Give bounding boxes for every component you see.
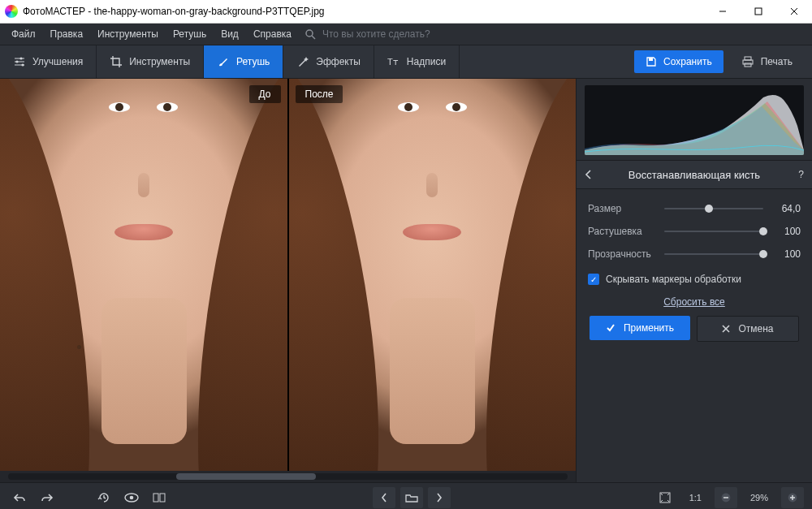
slider-feather[interactable]: [664, 226, 763, 237]
compare-button[interactable]: [148, 487, 171, 508]
slider-size-label: Размер: [588, 203, 656, 214]
slider-size-value: 64,0: [771, 203, 801, 214]
bottom-bar: 1:1 29%: [0, 482, 812, 509]
slider-opacity[interactable]: [664, 248, 763, 260]
svg-rect-22: [160, 494, 165, 502]
svg-point-11: [21, 63, 24, 66]
zoom-level[interactable]: 29%: [742, 487, 776, 508]
histogram: [585, 85, 804, 155]
right-panel: Восстанавливающая кисть ? Размер 64,0 Ра…: [576, 79, 812, 482]
brush-icon: [217, 55, 230, 68]
panel-header: Восстанавливающая кисть ?: [577, 160, 812, 189]
after-image: После: [289, 79, 577, 471]
save-button[interactable]: Сохранить: [634, 50, 723, 73]
image-canvas[interactable]: До После: [0, 79, 576, 471]
slider-feather-label: Растушевка: [588, 226, 656, 237]
wand-icon: [296, 55, 309, 68]
window-close-button[interactable]: [776, 0, 812, 23]
after-label: После: [296, 85, 343, 103]
svg-rect-21: [153, 494, 158, 502]
svg-text:Tᴛ: Tᴛ: [387, 57, 399, 67]
cancel-label: Отмена: [738, 323, 773, 334]
search-hint[interactable]: Что вы хотите сделать?: [322, 28, 430, 40]
app-icon: [5, 5, 18, 18]
tab-label: Инструменты: [129, 56, 190, 67]
next-image-button[interactable]: [428, 487, 451, 508]
save-icon: [646, 56, 657, 67]
tab-label: Надписи: [407, 56, 446, 67]
save-label: Сохранить: [663, 56, 712, 67]
tab-label: Эффекты: [316, 56, 361, 67]
zoom-in-button[interactable]: [781, 487, 804, 508]
tab-retouch[interactable]: Ретушь: [204, 45, 283, 78]
menu-file[interactable]: Файл: [5, 25, 42, 43]
crop-icon: [110, 55, 123, 68]
svg-rect-14: [745, 57, 751, 60]
tab-enhancements[interactable]: Улучшения: [0, 45, 97, 78]
svg-point-10: [15, 60, 18, 63]
fit-screen-button[interactable]: [654, 487, 676, 508]
hide-markers-checkbox[interactable]: ✓ Скрывать маркеры обработки: [588, 274, 801, 285]
slider-size[interactable]: [664, 203, 763, 214]
panel-back-button[interactable]: [585, 170, 601, 179]
svg-point-20: [130, 496, 134, 500]
menu-edit[interactable]: Правка: [44, 25, 90, 43]
before-label: До: [249, 85, 281, 103]
slider-opacity-value: 100: [771, 248, 801, 260]
menu-bar: Файл Правка Инструменты Ретушь Вид Справ…: [0, 24, 812, 45]
svg-point-4: [306, 30, 313, 37]
cancel-button[interactable]: Отмена: [697, 316, 799, 342]
window-maximize-button[interactable]: [741, 0, 776, 23]
print-label: Печать: [761, 56, 793, 67]
print-icon: [741, 56, 754, 67]
svg-rect-1: [755, 8, 762, 15]
menu-help[interactable]: Справка: [247, 25, 298, 43]
panel-controls: Размер 64,0 Растушевка 100 Прозрачность …: [577, 189, 812, 350]
hide-markers-label: Скрывать маркеры обработки: [606, 274, 741, 285]
zoom-out-button[interactable]: [715, 487, 737, 508]
panel-help-button[interactable]: ?: [788, 169, 804, 180]
redo-button[interactable]: [36, 487, 58, 508]
open-folder-button[interactable]: [400, 487, 423, 508]
before-image: До: [0, 79, 287, 471]
prev-image-button[interactable]: [373, 487, 395, 508]
text-icon: Tᴛ: [387, 55, 400, 68]
tab-text[interactable]: Tᴛ Надписи: [374, 45, 460, 78]
slider-feather-value: 100: [771, 226, 801, 237]
check-icon: ✓: [588, 274, 599, 285]
menu-view[interactable]: Вид: [214, 25, 245, 43]
scrollbar-thumb[interactable]: [176, 473, 316, 480]
preview-button[interactable]: [120, 487, 143, 508]
svg-rect-13: [649, 58, 653, 61]
tab-effects[interactable]: Эффекты: [283, 45, 374, 78]
panel-title: Восстанавливающая кисть: [601, 169, 788, 181]
sliders-icon: [13, 55, 26, 68]
reset-all-link[interactable]: Сбросить все: [588, 296, 801, 308]
window-titlebar: ФотоМАСТЕР - the-happy-woman-on-gray-bac…: [0, 0, 812, 24]
window-title: ФотоМАСТЕР - the-happy-woman-on-gray-bac…: [23, 6, 705, 17]
tab-label: Ретушь: [236, 56, 270, 67]
apply-label: Применить: [624, 322, 674, 334]
canvas-area: До После: [0, 79, 576, 482]
svg-line-5: [312, 36, 315, 39]
check-icon: [606, 323, 615, 333]
tab-label: Улучшения: [32, 56, 83, 67]
tab-tools[interactable]: Инструменты: [97, 45, 204, 78]
undo-button[interactable]: [8, 487, 31, 508]
close-icon: [722, 325, 730, 333]
slider-opacity-label: Прозрачность: [588, 248, 656, 260]
svg-point-9: [19, 57, 22, 59]
apply-button[interactable]: Применить: [590, 316, 690, 340]
horizontal-scrollbar[interactable]: [0, 471, 576, 482]
search-icon: [304, 28, 316, 40]
print-button[interactable]: Печать: [730, 50, 804, 73]
main-toolbar: Улучшения Инструменты Ретушь Эффекты Tᴛ …: [0, 45, 812, 79]
history-button[interactable]: [93, 487, 115, 508]
window-minimize-button[interactable]: [705, 0, 741, 23]
zoom-actual-button[interactable]: 1:1: [681, 487, 710, 508]
menu-retouch[interactable]: Ретушь: [166, 25, 213, 43]
menu-tools[interactable]: Инструменты: [91, 25, 165, 43]
